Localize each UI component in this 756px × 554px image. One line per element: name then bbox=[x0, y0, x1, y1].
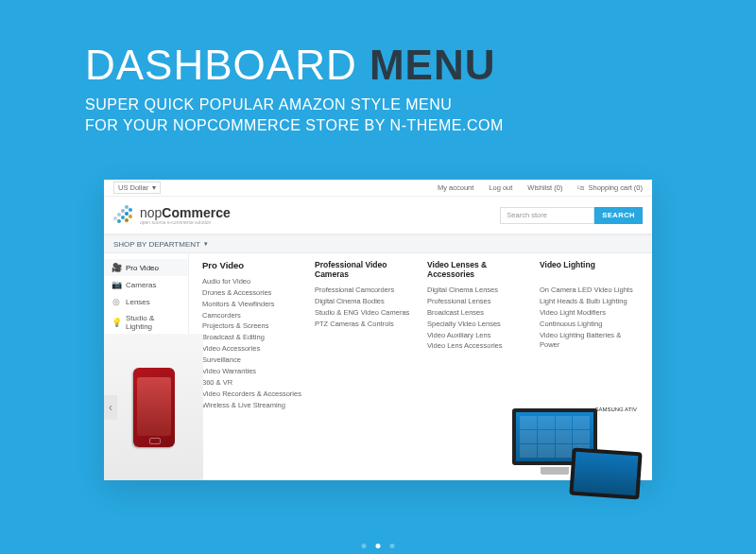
search-input[interactable]: Search store bbox=[500, 207, 594, 224]
col-title: Pro Video bbox=[202, 261, 301, 271]
col-title: Video Lighting bbox=[540, 261, 639, 280]
promo-image-right: SAMSUNG ATIV bbox=[505, 405, 646, 509]
sidebar-item-label: Pro Video bbox=[126, 264, 159, 272]
mega-link[interactable]: Audio for Video bbox=[202, 277, 301, 287]
search-button[interactable]: SEARCH bbox=[594, 207, 643, 224]
mega-link[interactable]: Camcorders bbox=[202, 311, 301, 321]
col-title: Professional Video Cameras bbox=[315, 261, 414, 280]
mega-link[interactable]: Broadcast & Editing bbox=[202, 333, 301, 343]
store-screenshot: US Dollar ▾ My account Log out Wishlist … bbox=[104, 180, 652, 480]
promo-image-left: ‹ bbox=[104, 334, 203, 480]
mega-link[interactable]: Video Recorders & Accessories bbox=[202, 390, 301, 400]
camera-icon: 📷 bbox=[112, 280, 121, 289]
mega-link[interactable]: 360 & VR bbox=[202, 378, 301, 389]
department-bar[interactable]: SHOP BY DEPARTMENT ▾ bbox=[104, 234, 652, 253]
logout-link[interactable]: Log out bbox=[489, 183, 512, 192]
logo-tagline: open source e-commerce solution bbox=[140, 220, 231, 225]
mega-link[interactable]: Broadcast Lenses bbox=[427, 308, 526, 319]
hero-subtitle: SUPER QUICK POPULAR AMAZON STYLE MENU FO… bbox=[85, 95, 671, 135]
cart-link[interactable]: 🛍Shopping cart (0) bbox=[577, 183, 643, 192]
pager-dot[interactable] bbox=[362, 544, 367, 548]
sidebar-item-label: Studio & Lighting bbox=[126, 314, 180, 331]
search: Search store SEARCH bbox=[500, 207, 643, 224]
mega-link[interactable]: PTZ Cameras & Controls bbox=[315, 320, 414, 330]
phone-graphic bbox=[133, 368, 175, 447]
mega-link[interactable]: Video Lens Accessories bbox=[427, 341, 526, 352]
chevron-down-icon: ▾ bbox=[152, 183, 156, 192]
hero-title-b: MENU bbox=[369, 42, 496, 88]
chevron-down-icon: ▾ bbox=[204, 240, 208, 248]
hero-sub-line1: SUPER QUICK POPULAR AMAZON STYLE MENU bbox=[85, 95, 671, 115]
mega-menu: 🎥 Pro Video 📷 Cameras ◎ Lenses 💡 Studio … bbox=[104, 253, 652, 480]
carousel-pager bbox=[362, 544, 395, 548]
logo-text-a: nop bbox=[140, 205, 162, 220]
hero-title: DASHBOARD MENU bbox=[85, 42, 671, 89]
currency-select[interactable]: US Dollar ▾ bbox=[113, 182, 161, 194]
mega-link[interactable]: Projectors & Screens bbox=[202, 321, 301, 332]
video-icon: 🎥 bbox=[112, 263, 121, 272]
mega-link[interactable]: Drones & Accessories bbox=[202, 288, 301, 299]
sidebar-item-studio-lighting[interactable]: 💡 Studio & Lighting bbox=[104, 310, 188, 335]
logo[interactable]: nopCommerce open source e-commerce solut… bbox=[113, 205, 231, 226]
hero: DASHBOARD MENU SUPER QUICK POPULAR AMAZO… bbox=[0, 0, 756, 143]
promo-brand: SAMSUNG ATIV bbox=[594, 407, 637, 412]
sidebar-item-label: Cameras bbox=[126, 281, 156, 289]
wishlist-link[interactable]: Wishlist (0) bbox=[527, 183, 562, 192]
col-list: Digital Cinema LensesProfessional Lenses… bbox=[427, 286, 526, 352]
col-list: On Camera LED Video LightsLight Heads & … bbox=[540, 286, 639, 351]
tablet-graphic bbox=[569, 447, 642, 499]
mega-link[interactable]: Video Accessories bbox=[202, 344, 301, 355]
my-account-link[interactable]: My account bbox=[438, 183, 473, 192]
sidebar-item-label: Lenses bbox=[126, 298, 150, 306]
logo-text-b: Commerce bbox=[162, 205, 230, 220]
mega-link[interactable]: On Camera LED Video Lights bbox=[540, 286, 639, 296]
mega-link[interactable]: Surveillance bbox=[202, 355, 301, 366]
mega-link[interactable]: Light Heads & Bulb Lighting bbox=[540, 297, 639, 307]
mega-link[interactable]: Video Warranties bbox=[202, 367, 301, 377]
hero-sub-line2: FOR YOUR NOPCOMMERCE STORE BY N-THEME.CO… bbox=[85, 115, 671, 136]
mega-link[interactable]: Video Light Modifiers bbox=[540, 308, 639, 319]
sidebar-item-cameras[interactable]: 📷 Cameras bbox=[104, 276, 188, 293]
department-label: SHOP BY DEPARTMENT bbox=[113, 240, 200, 249]
mega-link[interactable]: Studio & ENG Video Cameras bbox=[315, 308, 414, 319]
lens-icon: ◎ bbox=[112, 297, 121, 306]
mega-link[interactable]: Professional Lenses bbox=[427, 297, 526, 307]
store-header: nopCommerce open source e-commerce solut… bbox=[104, 197, 652, 234]
col-list: Professional CamcordersDigital Cinema Bo… bbox=[315, 286, 414, 330]
col-title: Video Lenses & Accessories bbox=[427, 261, 526, 280]
pager-dot[interactable] bbox=[390, 544, 395, 548]
logo-mark-icon bbox=[113, 205, 134, 226]
bag-icon: 🛍 bbox=[577, 183, 585, 192]
mega-link[interactable]: Continuous Lighting bbox=[540, 320, 639, 330]
mega-link[interactable]: Digital Cinema Bodies bbox=[315, 297, 414, 307]
mega-link[interactable]: Video Lighting Batteries & Power bbox=[540, 331, 639, 352]
sidebar-item-lenses[interactable]: ◎ Lenses bbox=[104, 293, 188, 310]
mega-link[interactable]: Specialty Video Lenses bbox=[427, 320, 526, 330]
currency-value: US Dollar bbox=[118, 183, 148, 192]
light-icon: 💡 bbox=[112, 318, 121, 327]
mega-link[interactable]: Professional Camcorders bbox=[315, 286, 414, 296]
mega-link[interactable]: Video Auxiliary Lens bbox=[427, 331, 526, 341]
carousel-prev-icon[interactable]: ‹ bbox=[104, 395, 117, 420]
mega-col-pro-cameras: Professional Video Cameras Professional … bbox=[315, 261, 414, 473]
hero-title-a: DASHBOARD bbox=[85, 42, 357, 88]
col-list: Audio for VideoDrones & AccessoriesMonit… bbox=[202, 277, 301, 411]
utility-bar: US Dollar ▾ My account Log out Wishlist … bbox=[104, 180, 652, 197]
mega-link[interactable]: Monitors & Viewfinders bbox=[202, 300, 301, 310]
pager-dot-active[interactable] bbox=[376, 544, 381, 548]
mega-col-pro-video: Pro Video Audio for VideoDrones & Access… bbox=[202, 261, 301, 473]
mega-link[interactable]: Wireless & Live Streaming bbox=[202, 401, 301, 411]
mega-link[interactable]: Digital Cinema Lenses bbox=[427, 286, 526, 296]
sidebar-item-pro-video[interactable]: 🎥 Pro Video bbox=[104, 259, 188, 276]
